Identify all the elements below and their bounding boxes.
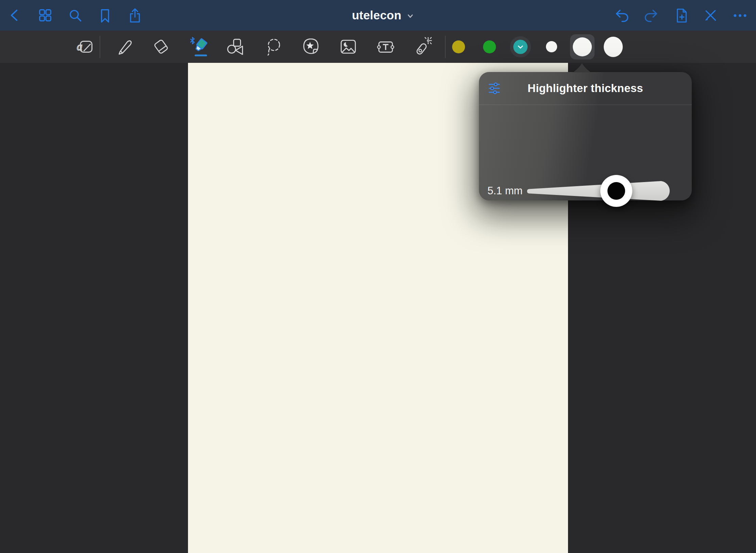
color-swatch-yellow[interactable] [449,31,468,63]
undo-icon [614,7,630,23]
redo-icon [643,7,659,23]
medium-thickness-dot [573,37,592,56]
shapes-tool-button[interactable] [227,31,246,63]
thickness-slider-row: 5.1 mm [479,105,692,200]
lasso-tool-button[interactable] [264,31,283,63]
toolbar-divider [100,36,100,58]
chevron-down-icon [516,42,525,51]
more-button[interactable] [732,7,748,23]
thickness-slider-thumb[interactable] [600,175,632,207]
more-icon [732,7,748,23]
stickers-icon [300,36,322,57]
text-icon [375,36,396,57]
pen-crossed-icon [702,7,719,23]
small-thickness-dot [546,41,557,52]
document-title: utelecon [352,8,401,22]
lasso-icon [263,36,284,57]
popover-header: Highlighter thickness [479,72,692,105]
svg-text:a: a [77,40,82,52]
pen-mode-toggle-button[interactable] [702,7,719,23]
scribble-edit-tool-button[interactable]: a [76,31,96,63]
redo-button[interactable] [643,7,659,23]
large-thickness-dot [604,37,623,57]
stickers-tool-button[interactable] [302,31,321,63]
bluetooth-icon [191,37,194,44]
nav-right-group [614,0,748,31]
pen-icon [114,36,135,57]
eraser-icon [151,36,172,57]
undo-button[interactable] [614,7,630,23]
image-icon [338,36,359,57]
thickness-preset-small[interactable] [542,31,561,63]
highlighter-icon [188,36,209,57]
highlighter-thickness-popover: Highlighter thickness 5.1 mm [479,72,692,200]
sliders-icon [488,82,501,95]
yellow-color-dot [452,40,465,53]
laser-pointer-icon [413,36,434,57]
laser-pointer-tool-button[interactable] [414,31,433,63]
thickness-slider-track[interactable] [527,181,671,201]
text-tool-button[interactable] [376,31,395,63]
color-swatch-green[interactable] [480,31,499,63]
selected-color-ring [510,36,531,57]
green-color-dot [483,40,496,53]
color-swatch-teal-selected[interactable] [511,31,530,63]
eraser-tool-button[interactable] [152,31,171,63]
tool-bar: a [0,31,756,63]
app-screen: utelecon [0,0,756,553]
chevron-down-icon [406,12,414,20]
scribble-edit-icon: a [75,36,97,57]
teal-color-dot [513,40,528,54]
add-page-icon [673,7,689,23]
nav-bar: utelecon [0,0,756,31]
thickness-value-label: 5.1 mm [487,185,522,197]
add-page-button[interactable] [673,7,689,23]
highlighter-tool-button[interactable] [189,31,208,63]
thickness-preset-medium-selected[interactable] [573,31,592,63]
thickness-preset-large[interactable] [604,31,623,63]
pen-tool-button[interactable] [115,31,134,63]
selected-thickness-box [570,34,595,59]
popover-arrow [568,63,596,72]
popover-title: Highlighter thickness [479,82,692,95]
toolbar-divider [445,36,446,58]
image-tool-button[interactable] [339,31,358,63]
thickness-slider-thumb-dot [607,182,625,200]
shapes-icon [226,36,247,57]
